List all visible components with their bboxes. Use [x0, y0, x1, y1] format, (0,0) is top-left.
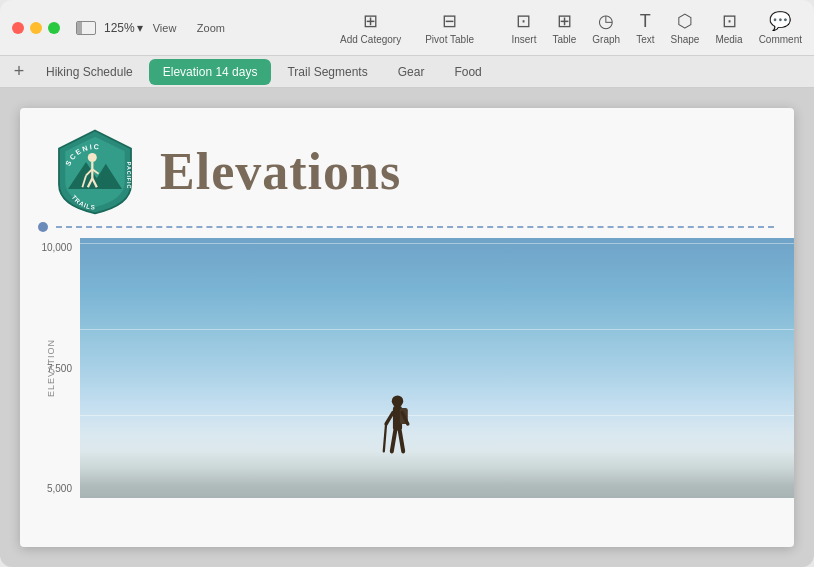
title-bar: 125% ▾ View Zoom ⊞ Add Category ⊟ Pivot … — [0, 0, 814, 56]
minimize-button[interactable] — [30, 22, 42, 34]
graph-icon: ◷ — [598, 10, 614, 32]
pivot-table-button[interactable]: ⊟ Pivot Table — [425, 10, 474, 45]
chart-section: 10,000 7,500 5,000 ELEVATION — [20, 238, 794, 498]
table-icon: ⊞ — [557, 10, 572, 32]
chart-content — [80, 238, 794, 498]
title-bar-right: ⊡ Insert ⊞ Table ◷ Graph T Text ⬡ Shape … — [511, 10, 802, 45]
hiker-silhouette — [380, 392, 415, 472]
main-content: SCENIC TRAILS PACIFIC Elevations — [0, 88, 814, 567]
media-icon: ⊡ — [722, 10, 737, 32]
tab-trail-segments[interactable]: Trail Segments — [273, 59, 381, 85]
shape-icon: ⬡ — [677, 10, 693, 32]
comment-button[interactable]: 💬 Comment — [759, 10, 802, 45]
svg-line-18 — [384, 424, 386, 451]
logo: SCENIC TRAILS PACIFIC — [50, 126, 140, 216]
chart-background — [80, 238, 794, 498]
add-category-icon: ⊞ — [363, 10, 378, 32]
y-axis-title: ELEVATION — [46, 339, 56, 397]
blue-dot — [38, 222, 48, 232]
tab-elevation-14-days[interactable]: Elevation 14 days — [149, 59, 272, 85]
insert-icon: ⊡ — [516, 10, 531, 32]
close-button[interactable] — [12, 22, 24, 34]
zoom-value: 125% — [104, 21, 135, 35]
pivot-table-label: Pivot Table — [425, 34, 474, 45]
svg-line-14 — [386, 413, 393, 424]
y-label-5000: 5,000 — [28, 483, 78, 494]
zoom-label: Zoom — [197, 22, 225, 34]
chart-grid-lines — [80, 238, 794, 498]
svg-point-1 — [88, 153, 97, 162]
grid-line-lower — [80, 415, 794, 416]
graph-label: Graph — [592, 34, 620, 45]
tab-hiking-schedule[interactable]: Hiking Schedule — [32, 59, 147, 85]
table-button[interactable]: ⊞ Table — [552, 10, 576, 45]
dashed-separator — [20, 226, 794, 228]
svg-text:PACIFIC: PACIFIC — [126, 162, 132, 189]
shape-button[interactable]: ⬡ Shape — [670, 10, 699, 45]
window-controls — [12, 22, 60, 34]
insert-label: Insert — [511, 34, 536, 45]
comment-icon: 💬 — [769, 10, 791, 32]
table-label: Table — [552, 34, 576, 45]
svg-line-17 — [400, 431, 403, 452]
dashed-line — [56, 226, 774, 228]
title-bar-left: 125% ▾ View Zoom — [12, 19, 225, 37]
tab-gear[interactable]: Gear — [384, 59, 439, 85]
maximize-button[interactable] — [48, 22, 60, 34]
text-label: Text — [636, 34, 654, 45]
zoom-control[interactable]: 125% ▾ — [104, 21, 143, 35]
tab-bar: + Hiking Schedule Elevation 14 days Trai… — [0, 56, 814, 88]
chevron-down-icon: ▾ — [137, 21, 143, 35]
comment-label: Comment — [759, 34, 802, 45]
text-button[interactable]: T Text — [636, 11, 654, 45]
shape-label: Shape — [670, 34, 699, 45]
view-label: View — [153, 22, 177, 34]
text-icon: T — [640, 11, 651, 32]
media-button[interactable]: ⊡ Media — [715, 10, 742, 45]
insert-button[interactable]: ⊡ Insert — [511, 10, 536, 45]
tab-food[interactable]: Food — [440, 59, 495, 85]
svg-line-16 — [392, 431, 395, 452]
add-category-button[interactable]: ⊞ Add Category — [340, 10, 401, 45]
svg-point-11 — [392, 395, 403, 406]
grid-line-mid — [80, 329, 794, 330]
sidebar-toggle-icon[interactable] — [76, 21, 96, 35]
document-title: Elevations — [160, 142, 401, 201]
media-label: Media — [715, 34, 742, 45]
grid-line-top — [80, 243, 794, 244]
add-category-label: Add Category — [340, 34, 401, 45]
add-tab-button[interactable]: + — [8, 61, 30, 83]
doc-header: SCENIC TRAILS PACIFIC Elevations — [20, 108, 794, 226]
pivot-table-icon: ⊟ — [442, 10, 457, 32]
document-page: SCENIC TRAILS PACIFIC Elevations — [20, 108, 794, 547]
y-label-10000: 10,000 — [28, 242, 78, 253]
graph-button[interactable]: ◷ Graph — [592, 10, 620, 45]
title-bar-center: ⊞ Add Category ⊟ Pivot Table — [340, 10, 474, 45]
